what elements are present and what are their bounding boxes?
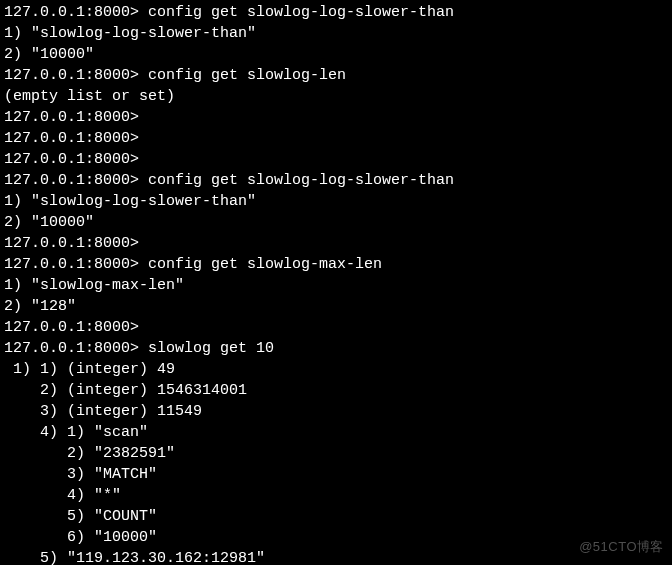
output-line: 3) (integer) 11549	[4, 401, 668, 422]
prompt-line: 127.0.0.1:8000> config get slowlog-max-l…	[4, 254, 668, 275]
output-line: 4) 1) "scan"	[4, 422, 668, 443]
prompt-line: 127.0.0.1:8000>	[4, 317, 668, 338]
prompt-line: 127.0.0.1:8000>	[4, 233, 668, 254]
output-line: 2) "10000"	[4, 44, 668, 65]
output-line: (empty list or set)	[4, 86, 668, 107]
output-line: 2) "128"	[4, 296, 668, 317]
output-line: 5) "COUNT"	[4, 506, 668, 527]
output-line: 2) "2382591"	[4, 443, 668, 464]
output-line: 2) (integer) 1546314001	[4, 380, 668, 401]
output-line: 1) "slowlog-max-len"	[4, 275, 668, 296]
output-line: 2) "10000"	[4, 212, 668, 233]
prompt-line: 127.0.0.1:8000>	[4, 107, 668, 128]
watermark: @51CTO博客	[579, 536, 664, 557]
prompt-line: 127.0.0.1:8000>	[4, 128, 668, 149]
output-line: 1) "slowlog-log-slower-than"	[4, 191, 668, 212]
prompt-line: 127.0.0.1:8000> config get slowlog-log-s…	[4, 2, 668, 23]
terminal[interactable]: 127.0.0.1:8000> config get slowlog-log-s…	[0, 0, 672, 565]
output-line: 5) "119.123.30.162:12981"	[4, 548, 668, 565]
output-line: 6) "10000"	[4, 527, 668, 548]
prompt-line: 127.0.0.1:8000> slowlog get 10	[4, 338, 668, 359]
output-line: 1) 1) (integer) 49	[4, 359, 668, 380]
prompt-line: 127.0.0.1:8000> config get slowlog-len	[4, 65, 668, 86]
prompt-line: 127.0.0.1:8000>	[4, 149, 668, 170]
prompt-line: 127.0.0.1:8000> config get slowlog-log-s…	[4, 170, 668, 191]
output-line: 3) "MATCH"	[4, 464, 668, 485]
output-line: 4) "*"	[4, 485, 668, 506]
output-line: 1) "slowlog-log-slower-than"	[4, 23, 668, 44]
